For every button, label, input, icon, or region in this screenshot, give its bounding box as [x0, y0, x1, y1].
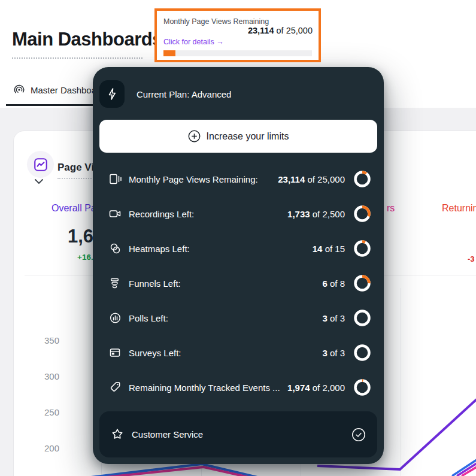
limit-value: 3 of 3 [322, 348, 345, 358]
limit-label: Surveys Left: [129, 348, 322, 358]
usage-ring [353, 378, 371, 396]
limit-label: Funnels Left: [129, 278, 322, 289]
y-axis-tick: 250 [39, 407, 59, 417]
tracked-events-icon [109, 381, 122, 393]
usage-ring [353, 309, 371, 327]
lightning-icon [99, 80, 125, 108]
y-axis-tick: 300 [39, 371, 59, 381]
usage-ring [353, 344, 371, 362]
check-circle-icon[interactable] [351, 428, 366, 442]
plan-limits-popup: Current Plan: Advanced Increase your lim… [93, 67, 384, 464]
limit-label: Polls Left: [129, 313, 322, 323]
limit-row-page-views: Monthly Page Views Remaining: 23,114 of … [109, 162, 371, 196]
polls-icon [109, 312, 122, 324]
limit-label: Monthly Page Views Remaining: [129, 174, 278, 184]
recordings-icon [109, 208, 122, 220]
usage-ring [353, 274, 371, 292]
funnels-icon [109, 277, 122, 289]
usage-widget[interactable]: Monthly Page Views Remaining Click for d… [154, 8, 321, 62]
limit-value: 6 of 8 [322, 278, 345, 289]
limit-row-surveys: Surveys Left: 3 of 3 [109, 335, 371, 370]
tab-master-dashboard[interactable]: Master Dashboard [13, 84, 104, 96]
stat-label-fragment-pink: rs [387, 203, 395, 214]
limit-row-tracked-events: Remaining Monthly Tracked Events ... 1,9… [109, 370, 371, 405]
increase-limits-label: Increase your limits [207, 131, 289, 142]
limit-row-heatmaps: Heatmaps Left: 14 of 15 [109, 231, 371, 266]
limit-label: Recordings Left: [129, 209, 287, 219]
y-axis-tick: 350 [39, 335, 59, 345]
plan-header: Current Plan: Advanced [99, 80, 231, 108]
limit-value: 1,733 of 2,500 [287, 209, 345, 219]
limit-value: 3 of 3 [322, 313, 345, 323]
usage-ring [353, 239, 371, 257]
usage-details-link[interactable]: Click for details → [163, 38, 224, 46]
page-title-underline [12, 57, 143, 59]
limit-label: Heatmaps Left: [129, 244, 313, 254]
increase-limits-button[interactable]: Increase your limits [99, 120, 377, 153]
usage-ring [353, 170, 371, 188]
usage-progress-fill [163, 50, 175, 56]
surveys-icon [109, 347, 122, 359]
y-axis-tick: 200 [39, 443, 59, 453]
limit-row-polls: Polls Left: 3 of 3 [109, 301, 371, 335]
usage-widget-value: 23,114 of 25,000 [248, 26, 313, 35]
limit-label: Remaining Monthly Tracked Events ... [129, 383, 287, 393]
heatmaps-icon [109, 242, 122, 254]
limit-row-recordings: Recordings Left: 1,733 of 2,500 [109, 196, 371, 231]
limit-row-funnels: Funnels Left: 6 of 8 [109, 266, 371, 301]
usage-ring [353, 205, 371, 223]
stat-delta-overall-pages: +16. [77, 253, 93, 262]
limits-list: Monthly Page Views Remaining: 23,114 of … [109, 162, 371, 405]
limit-value: 14 of 15 [313, 244, 345, 254]
limit-value: 23,114 of 25,000 [278, 174, 345, 184]
plus-circle-icon [188, 130, 201, 143]
page-views-icon [109, 173, 122, 185]
page-views-panel-icon [27, 151, 54, 178]
plan-title: Current Plan: Advanced [137, 89, 231, 99]
usage-progress-track [163, 50, 312, 56]
radar-icon [13, 84, 25, 96]
chevron-down-icon[interactable] [35, 179, 43, 184]
page-title: Main Dashboards [12, 29, 162, 50]
limit-value: 1,974 of 2,000 [287, 383, 345, 393]
stat-label-returning: Returning [442, 203, 476, 214]
stat-delta-returning: -3 [468, 254, 475, 263]
customer-service-label: Customer Service [132, 429, 351, 439]
usage-widget-label: Monthly Page Views Remaining [163, 17, 269, 26]
active-tab-indicator [6, 104, 94, 106]
star-badge-icon [111, 428, 124, 441]
gridline [401, 288, 401, 476]
customer-service-row[interactable]: Customer Service [99, 411, 377, 457]
